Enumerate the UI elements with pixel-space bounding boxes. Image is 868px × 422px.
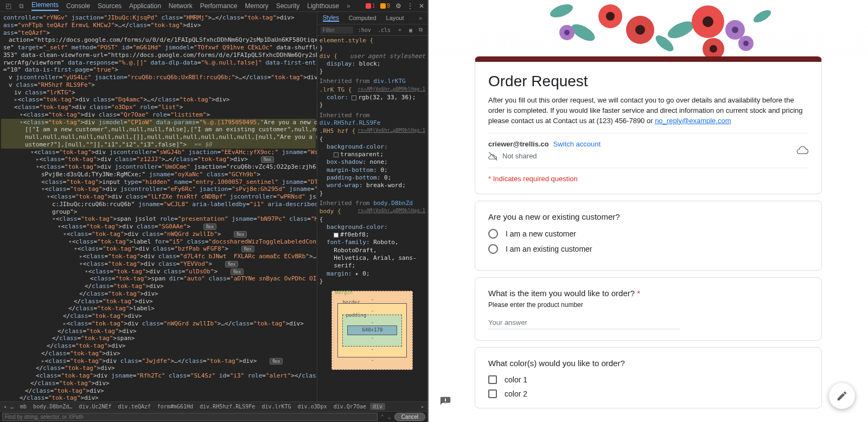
- tab-application[interactable]: Application: [129, 2, 161, 10]
- q2-subtitle: Please enter the product number: [488, 301, 808, 309]
- question-card-2: What is the item you would like to order…: [475, 277, 822, 341]
- q3-option-2-label: color 2: [505, 389, 527, 398]
- cancel-button[interactable]: Cancel: [394, 413, 425, 421]
- svg-point-6: [606, 12, 615, 21]
- svg-point-16: [743, 41, 749, 46]
- warning-count[interactable]: 9: [380, 3, 390, 9]
- svg-point-14: [732, 27, 738, 33]
- switch-account-link[interactable]: Switch account: [553, 140, 601, 148]
- svg-point-18: [564, 30, 570, 35]
- contact-email-link[interactable]: no_reply@example.com: [655, 117, 731, 125]
- dom-tree[interactable]: controller="rYNGv" jsaction="JIbuQc:Kjsq…: [0, 12, 317, 401]
- q1-option-2[interactable]: I am an existing customer: [488, 244, 808, 254]
- edit-fab[interactable]: [829, 383, 855, 409]
- radio-icon[interactable]: [488, 229, 498, 239]
- settings-icon[interactable]: ⚙: [395, 2, 401, 10]
- svg-point-10: [703, 16, 713, 27]
- svg-point-8: [635, 25, 645, 35]
- styles-more-icon[interactable]: »: [419, 15, 422, 21]
- q1-option-1-label: I am a new customer: [506, 229, 576, 238]
- hov-chip[interactable]: :hov: [356, 27, 373, 33]
- not-shared-label: Not shared: [502, 152, 537, 160]
- styles-filter-input[interactable]: [321, 27, 353, 34]
- device-icon[interactable]: ⧉: [19, 2, 24, 10]
- q1-title: Are you a new or existing customer?: [488, 212, 808, 221]
- form-description: After you fill out this order request, w…: [488, 95, 808, 126]
- tab-network[interactable]: Network: [169, 2, 193, 10]
- report-icon[interactable]: [439, 396, 451, 408]
- form-header-card: Order Request After you fill out this or…: [475, 56, 822, 194]
- q3-option-1[interactable]: color 1: [488, 375, 808, 384]
- box-model: margin - border - padding - 640×170 - - …: [331, 291, 413, 370]
- devtools-panel: ◰ ⧉ Elements Console Sources Application…: [0, 0, 429, 422]
- checkbox-icon[interactable]: [488, 389, 497, 398]
- styles-toggle-icon[interactable]: ▣: [407, 27, 414, 33]
- devtools-tabbar: ◰ ⧉ Elements Console Sources Application…: [0, 0, 427, 12]
- q3-option-2[interactable]: color 2: [488, 389, 808, 398]
- form-banner: [429, 0, 868, 56]
- tab-elements[interactable]: Elements: [31, 1, 59, 11]
- question-card-3: What color(s) would you like to order? c…: [475, 347, 822, 408]
- search-input[interactable]: [2, 413, 378, 421]
- q2-title: What is the item you would like to order…: [488, 289, 808, 298]
- q1-option-1[interactable]: I am a new customer: [488, 229, 808, 239]
- q2-answer-input[interactable]: [488, 316, 680, 329]
- question-card-1: Are you a new or existing customer? I am…: [475, 201, 822, 271]
- form-wrap: Order Request After you fill out this or…: [475, 56, 822, 408]
- breadcrumb[interactable]: ◂ … mb body.D8bnZd… div.Uc2NEf div.teQAz…: [0, 401, 427, 411]
- form-title: Order Request: [488, 73, 808, 90]
- cloud-icon[interactable]: [796, 144, 808, 156]
- styles-pane: Styles Computed Layout » :hov .cls ＋ ▣ ⧉…: [317, 12, 427, 401]
- radio-icon[interactable]: [488, 244, 498, 254]
- q3-title: What color(s) would you like to order?: [488, 359, 808, 368]
- styles-rules[interactable]: element.style { } div { user agent style…: [317, 36, 427, 401]
- styles-tab-styles[interactable]: Styles: [323, 14, 339, 22]
- svg-point-0: [548, 2, 575, 20]
- styles-panel-icon[interactable]: ⧉: [417, 27, 424, 33]
- tab-sources[interactable]: Sources: [98, 2, 122, 10]
- cls-chip[interactable]: .cls: [376, 27, 392, 33]
- inspect-icon[interactable]: ◰: [5, 2, 11, 10]
- svg-point-12: [710, 45, 717, 53]
- account-email: criewer@trellis.co: [488, 140, 549, 148]
- svg-point-4: [751, 8, 773, 25]
- plus-icon[interactable]: ＋: [395, 26, 404, 34]
- inherited-from: Inherited from div.lrKTG: [320, 78, 425, 85]
- tab-memory[interactable]: Memory: [245, 2, 269, 10]
- tab-console[interactable]: Console: [66, 2, 90, 10]
- not-shared-icon: [488, 151, 498, 161]
- q3-option-1-label: color 1: [505, 375, 527, 384]
- q1-option-2-label: I am an existing customer: [506, 245, 592, 253]
- error-count[interactable]: 1: [366, 3, 375, 9]
- close-icon[interactable]: ✕: [419, 2, 424, 10]
- tab-security[interactable]: Security: [276, 2, 299, 10]
- styles-tab-computed[interactable]: Computed: [349, 15, 376, 21]
- required-note: * Indicates required question: [488, 168, 808, 183]
- tab-lighthouse[interactable]: Lighthouse: [307, 2, 339, 10]
- form-page: Order Request After you fill out this or…: [429, 0, 868, 422]
- tab-performance[interactable]: Performance: [200, 2, 238, 10]
- styles-tab-layout[interactable]: Layout: [386, 15, 404, 21]
- more-icon[interactable]: ⋮: [407, 2, 413, 10]
- checkbox-icon[interactable]: [488, 375, 497, 384]
